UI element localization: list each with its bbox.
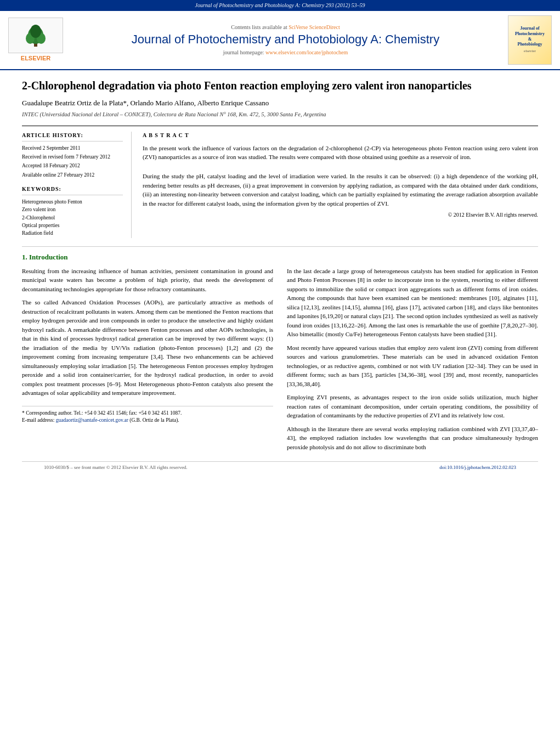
abstract-panel: A B S T R A C T In the present work the … bbox=[143, 132, 538, 238]
keywords-title: Keywords: bbox=[22, 185, 123, 195]
sciverse-prefix: Contents lists available at bbox=[231, 24, 289, 30]
thumb-subtitle: elsevier bbox=[524, 49, 536, 54]
section-divider bbox=[22, 246, 538, 247]
email-label: E-mail address: bbox=[22, 417, 54, 423]
elsevier-logo-box bbox=[8, 18, 63, 53]
footnote-area: * Corresponding author. Tel.: +54 0 342 … bbox=[22, 406, 273, 425]
banner-text: Journal of Photochemistry and Photobiolo… bbox=[195, 2, 365, 8]
keyword-4: Optical properties bbox=[22, 222, 123, 229]
intro-para-2: The so called Advanced Oxidation Process… bbox=[22, 298, 273, 398]
footnote-corresponding: * Corresponding author. Tel.: +54 0 342 … bbox=[22, 410, 273, 417]
footnote-email: E-mail address: guadaortiz@santafe-conic… bbox=[22, 417, 273, 424]
homepage-prefix: journal homepage: bbox=[223, 49, 265, 55]
affiliation-line: INTEC (Universidad Nacional del Litoral … bbox=[22, 111, 538, 119]
intro-right-para-4: Although in the literature there are sev… bbox=[287, 425, 538, 452]
thumb-journal-name: Journal ofPhotochemistry&Photobiology bbox=[515, 26, 545, 47]
elsevier-tree-icon bbox=[19, 23, 52, 48]
sciverse-link-text[interactable]: SciVerse ScienceDirect bbox=[289, 24, 340, 30]
svg-point-4 bbox=[30, 25, 41, 38]
email-suffix: (G.B. Ortiz de la Plata). bbox=[129, 417, 179, 423]
header-area: ELSEVIER Contents lists available at Sci… bbox=[0, 11, 560, 70]
abstract-paragraph-2: During the study the pH, catalyst loadin… bbox=[143, 172, 538, 208]
accepted-date: Accepted 18 February 2012 bbox=[22, 162, 123, 169]
intro-right-para-1: In the last decade a large group of hete… bbox=[287, 267, 538, 339]
footer-issn: 1010-6030/$ – see front matter © 2012 El… bbox=[44, 464, 188, 471]
author-names: Guadalupe Beatriz Ortiz de la Plata*, Or… bbox=[22, 99, 269, 107]
email-address[interactable]: guadaortiz@santafe-conicet.gov.ar bbox=[56, 417, 128, 423]
intro-heading: 1. Introduction bbox=[22, 252, 538, 262]
main-content: 2-Chlorophenol degradation via photo Fen… bbox=[0, 70, 560, 482]
journal-thumbnail: Journal ofPhotochemistry&Photobiology el… bbox=[508, 15, 552, 65]
homepage-link[interactable]: www.elsevier.com/locate/jphotochem bbox=[265, 49, 348, 55]
intro-right-para-3: Employing ZVI presents, as advantages re… bbox=[287, 393, 538, 420]
copyright-notice: © 2012 Elsevier B.V. All rights reserved… bbox=[143, 211, 538, 219]
intro-left-col: Resulting from the increasing influence … bbox=[22, 267, 273, 456]
intro-right-para-2: Most recently have appeared various stud… bbox=[287, 343, 538, 389]
authors-line: Guadalupe Beatriz Ortiz de la Plata*, Or… bbox=[22, 98, 538, 108]
keyword-3: 2-Chlorophenol bbox=[22, 214, 123, 222]
article-body-section: Article history: Received 2 September 20… bbox=[22, 126, 538, 238]
keyword-2: Zero valent iron bbox=[22, 206, 123, 213]
article-title: 2-Chlorophenol degradation via photo Fen… bbox=[22, 78, 538, 93]
header-center: Contents lists available at SciVerse Sci… bbox=[66, 24, 505, 56]
footer-doi: doi:10.1016/j.jphotachem.2012.02.023 bbox=[439, 464, 516, 471]
intro-two-col: Resulting from the increasing influence … bbox=[22, 267, 538, 456]
abstract-paragraph-1: In the present work the influence of var… bbox=[143, 144, 538, 162]
intro-para-1: Resulting from the increasing influence … bbox=[22, 267, 273, 294]
journal-title: Journal of Photochemistry and Photobiolo… bbox=[71, 32, 500, 47]
journal-banner: Journal of Photochemistry and Photobiolo… bbox=[0, 0, 560, 11]
elsevier-logo-area: ELSEVIER bbox=[5, 18, 66, 63]
article-history-title: Article history: bbox=[22, 132, 123, 142]
received-date-1: Received 2 September 2011 bbox=[22, 145, 123, 152]
keyword-1: Heterogeneous photo Fenton bbox=[22, 199, 123, 206]
received-revised-date: Received in revised form 7 February 2012 bbox=[22, 154, 123, 161]
footer-bar: 1010-6030/$ – see front matter © 2012 El… bbox=[22, 461, 538, 473]
abstract-heading: A B S T R A C T bbox=[143, 132, 538, 139]
journal-homepage: journal homepage: www.elsevier.com/locat… bbox=[71, 49, 500, 56]
elsevier-wordmark: ELSEVIER bbox=[21, 54, 50, 63]
intro-right-col: In the last decade a large group of hete… bbox=[287, 267, 538, 456]
available-online-date: Available online 27 February 2012 bbox=[22, 172, 123, 179]
sciverse-line: Contents lists available at SciVerse Sci… bbox=[71, 24, 500, 31]
keyword-5: Radiation field bbox=[22, 230, 123, 237]
article-info-panel: Article history: Received 2 September 20… bbox=[22, 132, 132, 238]
journal-thumbnail-area: Journal ofPhotochemistry&Photobiology el… bbox=[505, 15, 555, 65]
